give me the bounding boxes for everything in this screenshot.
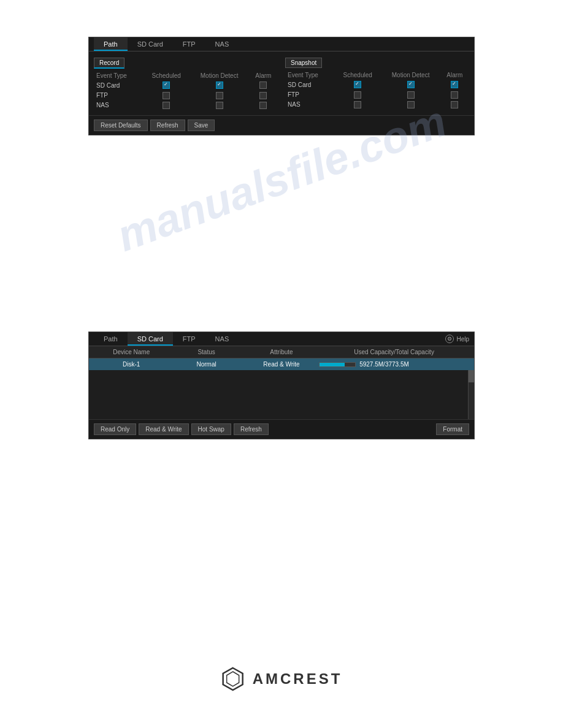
reset-defaults-button[interactable]: Reset Defaults bbox=[94, 119, 148, 131]
tab-ftp-top[interactable]: FTP bbox=[173, 37, 205, 51]
sd-bottom-left-buttons: Read Only Read & Write Hot Swap Refresh bbox=[94, 423, 269, 435]
help-button[interactable]: ⚙ Help bbox=[445, 335, 469, 343]
amcrest-text: AMCREST bbox=[253, 670, 343, 688]
sd-table-header: Device Name Status Attribute Used Capaci… bbox=[89, 346, 474, 358]
record-nas-alarm-checkbox[interactable] bbox=[259, 102, 267, 109]
sd-bottom-buttons: Read Only Read & Write Hot Swap Refresh … bbox=[89, 419, 474, 439]
snap-nas-motion-checkbox[interactable] bbox=[407, 101, 415, 108]
top-panel-buttons: Reset Defaults Refresh Save bbox=[89, 115, 474, 135]
capacity-bar bbox=[319, 362, 356, 367]
capacity-text: 5927.5M/3773.5M bbox=[359, 361, 409, 368]
top-tab-bar: Path SD Card FTP NAS bbox=[89, 37, 474, 51]
table-row: NAS bbox=[285, 100, 469, 110]
record-ftp-scheduled-checkbox[interactable] bbox=[163, 92, 170, 99]
bottom-panel: Path SD Card FTP NAS ⚙ Help Device Name … bbox=[88, 332, 475, 439]
snap-ftp-alarm-checkbox[interactable] bbox=[451, 91, 458, 99]
record-sdcard-motion-checkbox[interactable] bbox=[216, 82, 223, 89]
snap-col-eventtype: Event Type bbox=[285, 70, 334, 80]
sd-col-device: Device Name bbox=[94, 349, 169, 355]
refresh-button-top[interactable]: Refresh bbox=[150, 119, 185, 131]
snap-sdcard-motion-checkbox[interactable] bbox=[407, 81, 415, 88]
sd-body bbox=[89, 370, 474, 419]
snap-col-scheduled: Scheduled bbox=[334, 70, 381, 80]
format-button[interactable]: Format bbox=[436, 423, 469, 435]
table-row: FTP bbox=[94, 90, 278, 100]
record-nas-motion-checkbox[interactable] bbox=[216, 102, 223, 109]
record-table: Event Type Scheduled Motion Detect Alarm… bbox=[94, 71, 278, 110]
tab-nas-top[interactable]: NAS bbox=[205, 37, 239, 51]
snap-nas-alarm-checkbox[interactable] bbox=[451, 101, 458, 108]
record-col-eventtype: Event Type bbox=[94, 71, 143, 80]
refresh-button-bottom[interactable]: Refresh bbox=[234, 423, 269, 435]
record-col-alarm: Alarm bbox=[249, 71, 278, 80]
bottom-tabs: Path SD Card FTP NAS bbox=[94, 332, 239, 346]
snapshot-header: Snapshot bbox=[285, 58, 322, 68]
record-col-scheduled: Scheduled bbox=[143, 71, 190, 80]
sd-col-capacity: Used Capacity/Total Capacity bbox=[319, 349, 469, 355]
sd-disk-row[interactable]: Disk-1 Normal Read & Write 5927.5M/3773.… bbox=[89, 358, 474, 370]
readwrite-button[interactable]: Read & Write bbox=[139, 423, 188, 435]
record-section: Record Event Type Scheduled Motion Detec… bbox=[94, 56, 278, 110]
tab-path-top[interactable]: Path bbox=[94, 37, 128, 51]
snapshot-section: Snapshot Event Type Scheduled Motion Det… bbox=[285, 56, 469, 110]
snap-nas-scheduled-checkbox[interactable] bbox=[354, 101, 361, 108]
hotswap-button[interactable]: Hot Swap bbox=[191, 423, 231, 435]
record-sdcard-alarm-checkbox[interactable] bbox=[259, 82, 267, 89]
svg-marker-1 bbox=[227, 672, 239, 686]
tab-ftp-bottom[interactable]: FTP bbox=[173, 332, 205, 346]
snap-col-alarm: Alarm bbox=[440, 70, 469, 80]
top-panel: Path SD Card FTP NAS Record Event Type S… bbox=[88, 37, 475, 135]
sd-col-attribute: Attribute bbox=[244, 349, 319, 355]
disk-name: Disk-1 bbox=[94, 361, 169, 368]
disk-attribute: Read & Write bbox=[244, 361, 319, 368]
record-col-motion: Motion Detect bbox=[190, 71, 248, 80]
table-row: NAS bbox=[94, 100, 278, 110]
scrollbar-thumb[interactable] bbox=[469, 370, 474, 382]
snap-ftp-motion-checkbox[interactable] bbox=[407, 91, 415, 99]
tab-sdcard-bottom[interactable]: SD Card bbox=[128, 332, 173, 346]
top-panel-body: Record Event Type Scheduled Motion Detec… bbox=[89, 51, 474, 115]
capacity-display: 5927.5M/3773.5M bbox=[319, 361, 469, 368]
snap-ftp-scheduled-checkbox[interactable] bbox=[354, 91, 361, 99]
record-nas-scheduled-checkbox[interactable] bbox=[163, 102, 170, 109]
sd-col-status: Status bbox=[169, 349, 243, 355]
amcrest-logo: AMCREST bbox=[221, 667, 343, 691]
capacity-fill bbox=[320, 363, 345, 366]
tab-sdcard-top[interactable]: SD Card bbox=[128, 37, 173, 51]
save-button[interactable]: Save bbox=[188, 119, 215, 131]
help-icon: ⚙ bbox=[445, 335, 454, 343]
disk-status: Normal bbox=[169, 361, 243, 368]
snap-sdcard-scheduled-checkbox[interactable] bbox=[354, 81, 361, 88]
scrollbar[interactable] bbox=[468, 370, 474, 419]
snap-sdcard-alarm-checkbox[interactable] bbox=[451, 81, 458, 88]
tab-path-bottom[interactable]: Path bbox=[94, 332, 128, 346]
record-header: Record bbox=[94, 58, 124, 69]
snap-col-motion: Motion Detect bbox=[381, 70, 440, 80]
record-sdcard-scheduled-checkbox[interactable] bbox=[163, 82, 170, 89]
table-row: SD Card bbox=[94, 80, 278, 90]
record-ftp-alarm-checkbox[interactable] bbox=[259, 92, 267, 99]
snapshot-table: Event Type Scheduled Motion Detect Alarm… bbox=[285, 70, 469, 110]
table-row: FTP bbox=[285, 89, 469, 99]
bottom-tab-bar: Path SD Card FTP NAS ⚙ Help bbox=[89, 332, 474, 346]
table-row: SD Card bbox=[285, 80, 469, 89]
record-ftp-motion-checkbox[interactable] bbox=[216, 92, 223, 99]
readonly-button[interactable]: Read Only bbox=[94, 423, 136, 435]
amcrest-logo-icon bbox=[221, 667, 245, 691]
tab-nas-bottom[interactable]: NAS bbox=[205, 332, 239, 346]
